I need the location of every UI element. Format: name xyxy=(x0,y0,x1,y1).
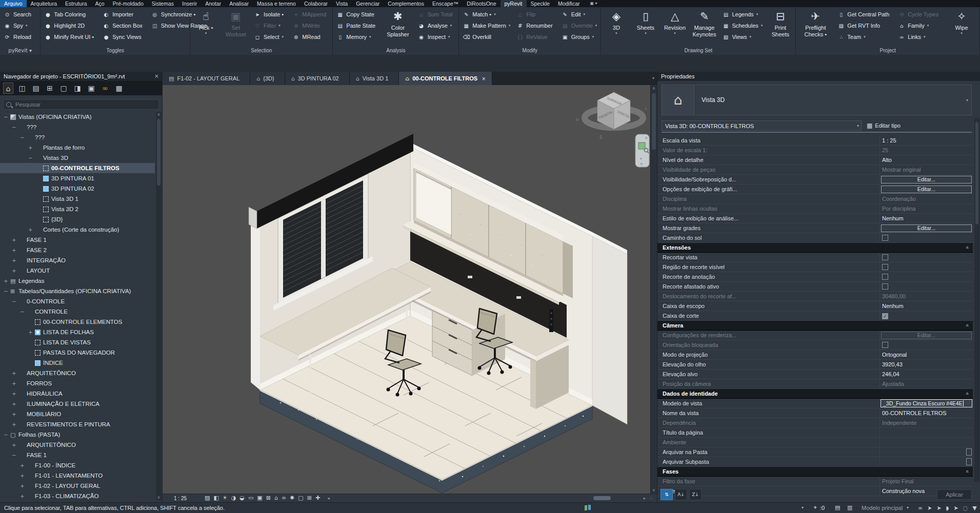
revit-links-icon[interactable]: ∞ xyxy=(100,83,110,94)
tree-item[interactable]: −Vistas (OFICINA CRIATIVA) xyxy=(0,112,155,122)
menu-tab[interactable]: Modificar xyxy=(554,0,584,7)
property-value[interactable] xyxy=(880,272,973,281)
close-icon[interactable]: × xyxy=(154,72,159,81)
worksharing-status-icon[interactable] xyxy=(585,505,592,511)
get-rvt-info-button[interactable]: ▨Get RVT Info xyxy=(837,20,892,31)
compass-east-label[interactable]: L xyxy=(645,107,647,111)
print-sheets-button[interactable]: ⊟PrintSheets xyxy=(769,9,792,47)
spy-button[interactable]: ◉Spy▾ xyxy=(4,20,34,31)
tree-expander-icon[interactable]: + xyxy=(11,391,17,397)
property-value[interactable] xyxy=(880,447,973,457)
property-row[interactable]: Mostrar gradesEditar... xyxy=(657,223,973,233)
tree-item[interactable]: +INTEGRAÇÃO xyxy=(0,255,155,265)
scrollbar-thumb[interactable] xyxy=(157,119,161,186)
property-row[interactable]: Recorte de anotação xyxy=(657,272,973,282)
sort-za-button[interactable]: Z↓ xyxy=(689,489,702,500)
compass-south-label[interactable]: S xyxy=(599,135,602,140)
hide-isolate-icon[interactable]: ∞ xyxy=(282,494,286,502)
visual-style-icon[interactable]: ◧ xyxy=(213,494,218,502)
tree-item[interactable]: +LISTA DE FOLHAS xyxy=(0,327,155,337)
schedules-tool-icon[interactable]: ⊞ xyxy=(45,83,55,94)
tree-item[interactable]: +F1-01 - LEVANTAMENTO xyxy=(0,470,155,481)
close-icon[interactable]: × xyxy=(645,136,648,140)
tree-item[interactable]: −Vistas 3D xyxy=(0,153,155,163)
worksets-dialog-icon[interactable]: ▤ xyxy=(835,503,840,513)
menu-tab[interactable]: Arquivo xyxy=(0,0,27,7)
sum-total-button[interactable]: ▫Sum Total xyxy=(418,9,455,20)
tree-expander-icon[interactable]: + xyxy=(11,257,17,263)
sun-path-icon[interactable]: ☀ xyxy=(223,494,228,502)
scroll-down-icon[interactable]: ∨ xyxy=(651,488,657,493)
menu-tab[interactable]: Pré-moldado xyxy=(109,0,148,7)
tree-item[interactable]: −Folhas (PASTA) xyxy=(0,429,155,440)
property-row[interactable]: Deslocamento do recorte af...30480,00 xyxy=(657,292,973,301)
tree-expander-icon[interactable]: + xyxy=(11,442,17,448)
shadows-icon[interactable]: ◑ xyxy=(231,494,236,502)
search-button[interactable]: ⊙Search xyxy=(4,9,34,20)
tree-expander-icon[interactable]: + xyxy=(19,462,25,468)
canvas-vertical-scrollbar[interactable]: ∧ ∨ xyxy=(650,85,657,494)
property-row[interactable]: Elevação do olho3920,43 xyxy=(657,360,973,370)
tree-expander-icon[interactable]: + xyxy=(11,421,17,427)
menu-tab[interactable]: DiRootsOne xyxy=(463,0,500,7)
make-pattern-button[interactable]: ▦Make Pattern▾ xyxy=(463,20,510,31)
property-row[interactable]: DependênciaIndependente xyxy=(657,418,973,428)
chevron-down-icon[interactable]: ▾ xyxy=(907,503,909,513)
property-row[interactable]: Visibilidade/Sobreposição d...Editar... xyxy=(657,175,973,184)
property-value[interactable] xyxy=(880,311,973,320)
view-tab[interactable]: ⌂3D PINTURA 02 xyxy=(285,72,350,85)
tree-item[interactable]: +FASE 1 xyxy=(0,235,155,245)
property-row[interactable]: Visibilidade de peçasMostrar original xyxy=(657,165,973,175)
tree-expander-icon[interactable]: + xyxy=(19,473,25,479)
chevron-down-icon[interactable]: ▾ xyxy=(857,121,859,131)
tree-item[interactable]: PASTAS DO NAVEGADOR xyxy=(0,347,155,358)
property-value[interactable]: _3D_Fundo Cinza Escuro #4E4E xyxy=(881,399,972,407)
property-value[interactable]: 3920,43 xyxy=(880,360,973,369)
revalue-button[interactable]: {}ReValue xyxy=(516,31,555,43)
tab-list-icon[interactable]: ▾ xyxy=(652,72,654,85)
preflight-checks-button[interactable]: ✈PreflightChecks • xyxy=(799,9,831,47)
property-row[interactable]: Arquivar na Pasta xyxy=(657,447,973,457)
property-value[interactable]: Alto xyxy=(880,155,973,165)
menu-tab[interactable]: Estrutura xyxy=(61,0,91,7)
close-icon[interactable]: × xyxy=(482,76,486,81)
menu-tab[interactable]: Inserir xyxy=(178,0,201,7)
ribbon-group-label[interactable]: pyRevit ▾ xyxy=(0,47,40,55)
property-value[interactable]: 00-CONTROLE FILTROS xyxy=(880,408,973,418)
tree-item[interactable]: +ARQUITETÔNICO xyxy=(0,440,155,450)
scroll-up-icon[interactable]: ∧ xyxy=(651,86,657,91)
tree-expander-icon[interactable]: − xyxy=(11,298,17,304)
analyse-button[interactable]: ◕Analyse▾ xyxy=(418,20,455,31)
select-button[interactable]: ◻Select▾ xyxy=(254,31,286,43)
property-row[interactable]: Ambiente xyxy=(657,438,973,447)
views-home-icon[interactable]: ⌂ xyxy=(3,83,13,94)
tree-item[interactable]: ÍNDICE xyxy=(0,358,155,368)
property-row[interactable]: Título da página xyxy=(657,428,973,438)
property-row[interactable]: Região de recorte visível xyxy=(657,262,973,272)
property-value[interactable]: Editar... xyxy=(881,176,972,183)
menu-tab[interactable]: Anotar xyxy=(201,0,225,7)
sync-views-toggle[interactable]: ●Sync Views xyxy=(103,31,145,43)
tree-expander-icon[interactable]: + xyxy=(19,483,25,489)
property-row[interactable]: Escala da vista1 : 25 xyxy=(657,136,973,146)
tree-item[interactable]: 00-CONTROLE FILTROS xyxy=(0,163,155,173)
mappend-button[interactable]: +MAppend xyxy=(292,9,329,20)
menu-tab[interactable]: pyRevit xyxy=(501,0,527,7)
family-button[interactable]: ⌂Family▾ xyxy=(898,20,941,31)
color-splasher-button[interactable]: ✱ColorSplasher xyxy=(384,9,411,47)
scroll-left-icon[interactable]: ◂ xyxy=(327,496,330,501)
property-value[interactable]: 25 xyxy=(880,146,973,155)
renumber-button[interactable]: #Renumber xyxy=(516,20,555,31)
match-button[interactable]: ✎Match •▾ xyxy=(463,9,510,20)
tree-item[interactable]: +LAYOUT xyxy=(0,265,155,276)
assemblies-tool-icon[interactable]: ▦ xyxy=(114,83,124,94)
importer-toggle[interactable]: ◐Importer xyxy=(103,9,145,20)
tree-item[interactable]: LISTA DE VISTAS xyxy=(0,337,155,347)
property-row[interactable]: Câmera xyxy=(657,321,973,331)
sheets-button[interactable]: ▯Sheets▾ xyxy=(634,9,657,47)
tree-item[interactable]: +F1-00 - ÍNDICE xyxy=(0,460,155,470)
tree-expander-icon[interactable]: + xyxy=(11,237,17,243)
property-row[interactable]: Configurações de renderiza...Editar... xyxy=(657,331,973,340)
rendering-dialog-icon[interactable]: ◒ xyxy=(239,494,245,502)
displace-elements-icon[interactable]: ⊞ xyxy=(307,494,312,502)
